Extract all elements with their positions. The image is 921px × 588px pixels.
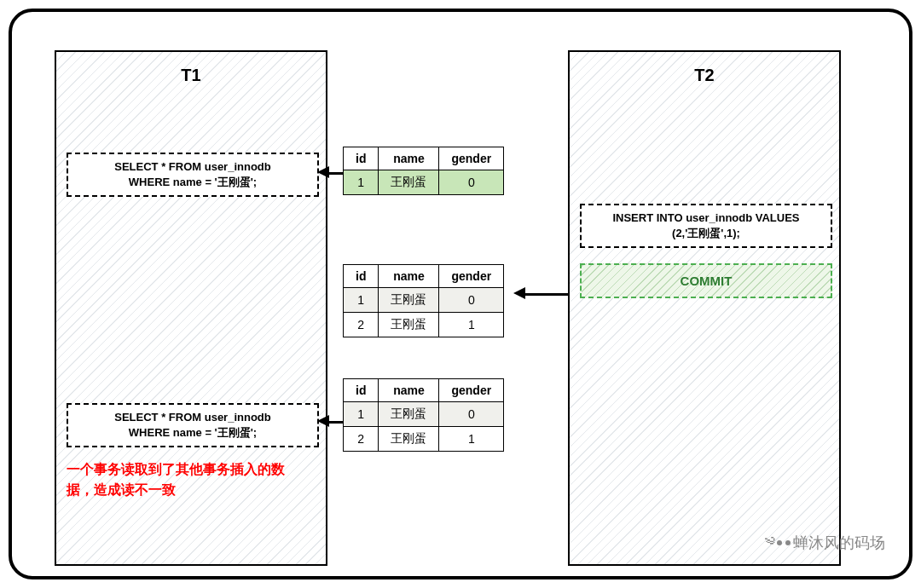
watermark: ༄ 蝉沐风的码场 — [765, 532, 885, 554]
sql-line: SELECT * FROM user_innodb — [72, 410, 314, 425]
th-gender: gender — [439, 265, 504, 288]
th-id: id — [344, 265, 379, 288]
cell: 1 — [344, 402, 379, 427]
cell: 0 — [439, 170, 504, 195]
cell: 1 — [344, 170, 379, 195]
cell: 王刚蛋 — [379, 402, 439, 427]
table-row: 1 王刚蛋 0 — [344, 288, 504, 313]
th-name: name — [379, 147, 439, 170]
th-name: name — [379, 265, 439, 288]
t1-column: T1 SELECT * FROM user_innodb WHERE name … — [55, 50, 327, 566]
cell: 1 — [439, 427, 504, 452]
cell: 王刚蛋 — [379, 427, 439, 452]
table-row: 1 王刚蛋 0 — [344, 402, 504, 427]
t1-title: T1 — [56, 52, 326, 85]
cell: 王刚蛋 — [379, 170, 439, 195]
th-name: name — [379, 379, 439, 402]
th-id: id — [344, 379, 379, 402]
sql-line: INSERT INTO user_innodb VALUES — [585, 210, 827, 226]
cell: 2 — [344, 427, 379, 452]
table-header-row: id name gender — [344, 265, 504, 288]
th-gender: gender — [439, 147, 504, 170]
watermark-text: 蝉沐风的码场 — [793, 533, 885, 553]
table-result-3: id name gender 1 王刚蛋 0 2 王刚蛋 1 — [343, 378, 504, 452]
commit-label: COMMIT — [681, 274, 733, 288]
sql-line: SELECT * FROM user_innodb — [72, 159, 314, 175]
cell: 1 — [439, 313, 504, 337]
th-id: id — [344, 147, 379, 170]
cell: 0 — [439, 288, 504, 313]
sql-line: WHERE name = '王刚蛋'; — [72, 175, 314, 190]
t2-insert: INSERT INTO user_innodb VALUES (2,'王刚蛋',… — [580, 204, 832, 248]
table-row: 2 王刚蛋 1 — [344, 427, 504, 452]
t2-commit: COMMIT — [580, 263, 832, 298]
t1-select-2: SELECT * FROM user_innodb WHERE name = '… — [67, 403, 319, 447]
table-row: 1 王刚蛋 0 — [344, 170, 504, 195]
table-result-1: id name gender 1 王刚蛋 0 — [343, 147, 504, 195]
table-header-row: id name gender — [344, 147, 504, 170]
cell: 王刚蛋 — [379, 313, 439, 337]
table-row: 2 王刚蛋 1 — [344, 313, 504, 337]
t2-column: T2 INSERT INTO user_innodb VALUES (2,'王刚… — [568, 50, 841, 566]
table-result-2: id name gender 1 王刚蛋 0 2 王刚蛋 1 — [343, 264, 504, 337]
warning-text: 一个事务读取到了其他事务插入的数据，造成读不一致 — [67, 459, 305, 500]
sql-line: (2,'王刚蛋',1); — [585, 226, 827, 241]
sql-line: WHERE name = '王刚蛋'; — [72, 425, 314, 441]
cell: 2 — [344, 313, 379, 337]
th-gender: gender — [439, 379, 504, 402]
cell: 1 — [344, 288, 379, 313]
t1-select-1: SELECT * FROM user_innodb WHERE name = '… — [67, 153, 319, 197]
diagram-frame: T1 SELECT * FROM user_innodb WHERE name … — [9, 9, 912, 579]
t2-title: T2 — [570, 52, 839, 85]
cell: 王刚蛋 — [379, 288, 439, 313]
cell: 0 — [439, 402, 504, 427]
table-header-row: id name gender — [344, 379, 504, 402]
